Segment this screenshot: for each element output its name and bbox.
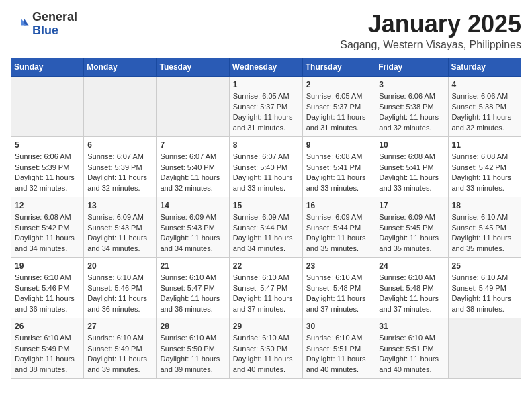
sunset-text: Sunset: 5:48 PM [379,283,444,293]
daylight-text: Daylight: 11 hours and 39 minutes. [160,354,225,375]
daylight-text: Daylight: 11 hours and 38 minutes. [452,293,518,314]
sunset-text: Sunset: 5:45 PM [452,223,518,233]
daylight-text: Daylight: 11 hours and 34 minutes. [87,233,152,254]
page-header: General Blue January 2025 Sagang, Wester… [11,11,521,51]
daylight-text: Daylight: 11 hours and 33 minutes. [233,173,299,193]
calendar-cell [11,76,84,136]
calendar-cell: 24Sunrise: 6:10 AMSunset: 5:48 PMDayligh… [375,257,448,318]
sunrise-text: Sunrise: 6:07 AM [233,152,299,162]
logo-icon [11,15,30,34]
sunset-text: Sunset: 5:47 PM [160,283,225,293]
calendar-cell: 13Sunrise: 6:09 AMSunset: 5:43 PMDayligh… [84,197,157,257]
calendar-cell: 2Sunrise: 6:05 AMSunset: 5:37 PMDaylight… [302,76,375,136]
calendar-cell: 5Sunrise: 6:06 AMSunset: 5:39 PMDaylight… [11,136,84,197]
calendar-cell [448,318,521,378]
calendar-cell: 25Sunrise: 6:10 AMSunset: 5:49 PMDayligh… [448,257,521,318]
sunrise-text: Sunrise: 6:08 AM [379,152,444,162]
sunrise-text: Sunrise: 6:10 AM [15,333,80,343]
weekday-header: Friday [375,58,448,76]
weekday-header: Thursday [302,58,375,76]
daylight-text: Daylight: 11 hours and 31 minutes. [306,112,372,133]
sunset-text: Sunset: 5:42 PM [15,223,80,233]
calendar-cell: 17Sunrise: 6:09 AMSunset: 5:45 PMDayligh… [375,197,448,257]
sunset-text: Sunset: 5:51 PM [306,344,372,354]
calendar-cell: 11Sunrise: 6:08 AMSunset: 5:42 PMDayligh… [448,136,521,197]
sunrise-text: Sunrise: 6:10 AM [452,212,518,222]
daylight-text: Daylight: 11 hours and 36 minutes. [160,293,225,314]
calendar-cell: 26Sunrise: 6:10 AMSunset: 5:49 PMDayligh… [11,318,84,378]
calendar-table: SundayMondayTuesdayWednesdayThursdayFrid… [11,58,521,379]
sunset-text: Sunset: 5:39 PM [87,163,152,173]
day-number: 24 [379,261,444,272]
daylight-text: Daylight: 11 hours and 40 minutes. [306,354,372,375]
day-number: 23 [306,261,372,272]
sunrise-text: Sunrise: 6:09 AM [87,212,152,222]
sunset-text: Sunset: 5:37 PM [233,102,299,112]
sunrise-text: Sunrise: 6:09 AM [160,212,225,222]
day-number: 1 [233,79,299,91]
sunrise-text: Sunrise: 6:09 AM [306,212,372,222]
day-number: 19 [15,261,80,272]
day-number: 6 [87,140,152,151]
day-number: 15 [233,200,299,212]
weekday-header: Wednesday [229,58,302,76]
sunset-text: Sunset: 5:39 PM [15,163,80,173]
sunset-text: Sunset: 5:45 PM [379,223,444,233]
calendar-week-row: 12Sunrise: 6:08 AMSunset: 5:42 PMDayligh… [11,197,521,257]
weekday-header: Sunday [11,58,84,76]
sunrise-text: Sunrise: 6:09 AM [233,212,299,222]
daylight-text: Daylight: 11 hours and 37 minutes. [233,293,299,314]
sunset-text: Sunset: 5:43 PM [87,223,152,233]
calendar-cell [157,76,229,136]
daylight-text: Daylight: 11 hours and 32 minutes. [87,173,152,193]
sunrise-text: Sunrise: 6:10 AM [87,333,152,343]
sunset-text: Sunset: 5:38 PM [379,102,444,112]
calendar-cell: 19Sunrise: 6:10 AMSunset: 5:46 PMDayligh… [11,257,84,318]
daylight-text: Daylight: 11 hours and 33 minutes. [452,173,518,193]
sunrise-text: Sunrise: 6:06 AM [379,91,444,101]
sunset-text: Sunset: 5:40 PM [233,163,299,173]
sunrise-text: Sunrise: 6:10 AM [160,273,225,283]
title-area: January 2025 Sagang, Western Visayas, Ph… [340,11,521,51]
logo: General Blue [11,11,77,38]
weekday-header: Saturday [448,58,521,76]
calendar-cell: 7Sunrise: 6:07 AMSunset: 5:40 PMDaylight… [157,136,229,197]
sunrise-text: Sunrise: 6:08 AM [15,212,80,222]
calendar-week-row: 5Sunrise: 6:06 AMSunset: 5:39 PMDaylight… [11,136,521,197]
day-number: 13 [87,200,152,212]
calendar-cell: 28Sunrise: 6:10 AMSunset: 5:50 PMDayligh… [157,318,229,378]
daylight-text: Daylight: 11 hours and 38 minutes. [15,354,80,375]
weekday-header: Monday [84,58,157,76]
day-number: 16 [306,200,372,212]
calendar-week-row: 19Sunrise: 6:10 AMSunset: 5:46 PMDayligh… [11,257,521,318]
sunset-text: Sunset: 5:51 PM [379,344,444,354]
day-number: 25 [452,261,518,272]
daylight-text: Daylight: 11 hours and 34 minutes. [15,233,80,254]
sunset-text: Sunset: 5:50 PM [160,344,225,354]
daylight-text: Daylight: 11 hours and 36 minutes. [87,293,152,314]
sunrise-text: Sunrise: 6:06 AM [452,91,518,101]
sunset-text: Sunset: 5:46 PM [15,283,80,293]
sunset-text: Sunset: 5:37 PM [306,102,372,112]
day-number: 7 [160,140,225,151]
day-number: 26 [15,321,80,332]
sunrise-text: Sunrise: 6:06 AM [15,152,80,162]
sunrise-text: Sunrise: 6:10 AM [379,273,444,283]
calendar-cell: 30Sunrise: 6:10 AMSunset: 5:51 PMDayligh… [302,318,375,378]
calendar-cell: 21Sunrise: 6:10 AMSunset: 5:47 PMDayligh… [157,257,229,318]
daylight-text: Daylight: 11 hours and 33 minutes. [379,173,444,193]
sunset-text: Sunset: 5:41 PM [306,163,372,173]
sunrise-text: Sunrise: 6:08 AM [452,152,518,162]
weekday-header: Tuesday [157,58,229,76]
day-number: 29 [233,321,299,332]
calendar-cell: 20Sunrise: 6:10 AMSunset: 5:46 PMDayligh… [84,257,157,318]
calendar-cell: 18Sunrise: 6:10 AMSunset: 5:45 PMDayligh… [448,197,521,257]
sunrise-text: Sunrise: 6:09 AM [379,212,444,222]
daylight-text: Daylight: 11 hours and 35 minutes. [306,233,372,254]
day-number: 14 [160,200,225,212]
daylight-text: Daylight: 11 hours and 31 minutes. [233,112,299,133]
sunset-text: Sunset: 5:49 PM [87,344,152,354]
sunset-text: Sunset: 5:50 PM [233,344,299,354]
day-number: 3 [379,79,444,91]
calendar-cell: 9Sunrise: 6:08 AMSunset: 5:41 PMDaylight… [302,136,375,197]
